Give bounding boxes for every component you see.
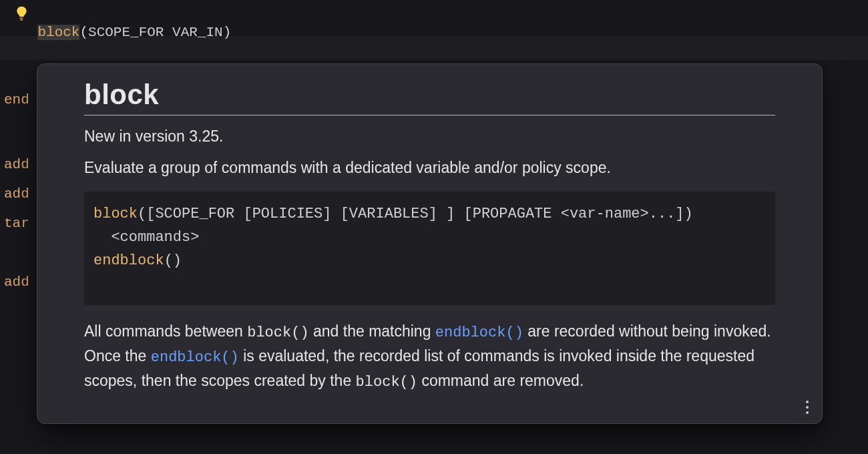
bg-code-line-5: add (4, 273, 29, 292)
sig-close-paren: ) (223, 25, 232, 40)
cb-l3-func: endblock (93, 252, 164, 269)
doc-summary: Evaluate a group of commands with a dedi… (84, 159, 775, 177)
doc-codeblock: block([SCOPE_FOR [POLICIES] [VARIABLES] … (84, 192, 775, 305)
doc-body-code-1: block() (247, 324, 308, 341)
sig-open-paren: ( (79, 25, 88, 40)
doc-title-rule (84, 115, 775, 116)
doc-body-t2: and the matching (309, 322, 435, 340)
cb-l1-func: block (93, 206, 138, 222)
cb-l2: <commands> (93, 229, 199, 246)
hover-doc-popup[interactable]: block New in version 3.25. Evaluate a gr… (37, 63, 823, 424)
signature-line[interactable]: block(SCOPE_FOR VAR_IN) (4, 3, 231, 63)
doc-body: All commands between block() and the mat… (84, 320, 775, 394)
more-vertical-icon[interactable] (801, 398, 814, 417)
cb-l3-parens: () (164, 252, 182, 269)
doc-body-link-1[interactable]: endblock() (435, 324, 523, 341)
doc-title: block (84, 79, 775, 111)
doc-body-link-2[interactable]: endblock() (151, 349, 239, 366)
sig-arg-sep (164, 25, 172, 40)
cb-l1-open: ( (138, 206, 146, 222)
doc-body-t5: command are removed. (417, 372, 584, 389)
bg-code-line-3: add (4, 185, 29, 204)
sig-arg-2: VAR_IN (172, 25, 223, 40)
code-editor[interactable]: block(SCOPE_FOR VAR_IN) end add add tar … (0, 0, 868, 454)
bg-code-line-4: tar (4, 214, 29, 233)
sig-func-token: block (37, 25, 79, 40)
doc-body-t1: All commands between (84, 322, 247, 340)
sig-arg-1: SCOPE_FOR (88, 25, 164, 40)
bg-code-line-2: add (4, 156, 29, 174)
bg-code-line-1: end (4, 91, 29, 109)
doc-version-line: New in version 3.25. (84, 128, 775, 146)
cb-l1-args: [SCOPE_FOR [POLICIES] [VARIABLES] ] [PRO… (146, 206, 684, 222)
doc-body-code-2: block() (356, 374, 417, 391)
cb-l1-close: ) (684, 206, 693, 222)
